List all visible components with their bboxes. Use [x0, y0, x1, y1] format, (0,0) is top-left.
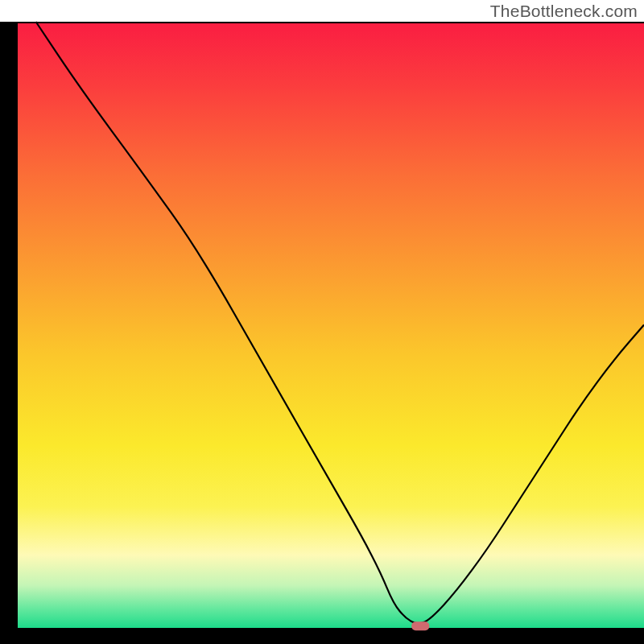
- minimum-marker: [411, 621, 429, 630]
- frame-bottom: [0, 628, 644, 644]
- bottleneck-chart: TheBottleneck.com: [0, 0, 644, 644]
- chart-svg: [0, 0, 644, 644]
- plot-background: [18, 22, 644, 628]
- watermark-text: TheBottleneck.com: [490, 2, 638, 21]
- frame-top: [18, 22, 644, 23]
- frame-left: [0, 22, 18, 644]
